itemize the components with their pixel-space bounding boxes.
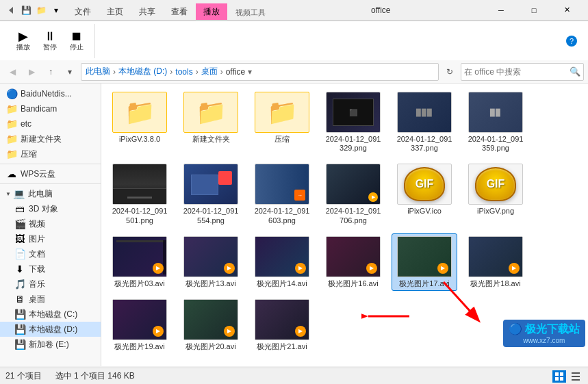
tab-play[interactable]: 播放 bbox=[196, 3, 227, 20]
breadcrumb-disk[interactable]: 本地磁盘 (D:) bbox=[118, 66, 167, 77]
back-button[interactable]: ◀ bbox=[4, 64, 21, 80]
tab-file[interactable]: 文件 bbox=[67, 3, 99, 20]
png-thumb5 bbox=[183, 164, 238, 205]
sidebar-item-video[interactable]: 🎬 视频 bbox=[0, 216, 101, 231]
grid-view-btn[interactable] bbox=[552, 370, 566, 383]
music-icon: 🎵 bbox=[14, 278, 26, 290]
breadcrumb-sep2: › bbox=[170, 67, 172, 77]
breadcrumb-pc[interactable]: 此电脑 bbox=[86, 66, 110, 77]
file-item-avi13[interactable]: ▶ 极光图片13.avi bbox=[178, 233, 244, 291]
forward-button[interactable]: ▶ bbox=[23, 64, 40, 80]
file-name: iPixGV.3.8.0 bbox=[119, 135, 160, 144]
sidebar-item-downloads[interactable]: ⬇ 下载 bbox=[0, 261, 101, 277]
save-icon[interactable]: 💾 bbox=[21, 5, 31, 16]
recent-locations-button[interactable]: ▾ bbox=[62, 64, 78, 80]
file-item-ipixgv-ico[interactable]: GIF iPixGV.ico bbox=[392, 161, 457, 227]
breadcrumb-desktop[interactable]: 桌面 bbox=[201, 66, 218, 77]
gif-icon-thumb2: GIF bbox=[468, 164, 523, 205]
file-item-avi18[interactable]: ▶ 极光图片18.avi bbox=[463, 233, 528, 291]
ribbon-stop-btn[interactable]: ⏹ 停止 bbox=[64, 29, 89, 53]
png-thumb7: ▶ bbox=[326, 164, 381, 205]
down-arrow-icon[interactable]: ▾ bbox=[51, 5, 62, 16]
sidebar-label-pc: 此电脑 bbox=[28, 188, 53, 200]
file-name: 2024-01-12_091 554.png bbox=[181, 207, 241, 225]
ribbon-pause-btn[interactable]: ⏸ 暂停 bbox=[38, 29, 62, 53]
search-input[interactable] bbox=[464, 67, 570, 77]
close-button[interactable]: ✕ bbox=[551, 0, 583, 21]
desktop-icon: 🖥 bbox=[14, 293, 26, 305]
sidebar-item-disk-d[interactable]: 💾 本地磁盘 (D:) bbox=[0, 322, 101, 337]
sidebar-item-compress[interactable]: 📁 压缩 bbox=[0, 146, 101, 162]
sidebar-label-video: 视频 bbox=[29, 218, 45, 230]
file-item-png359[interactable]: ▉▉ 2024-01-12_091 359.png bbox=[463, 89, 528, 155]
ribbon-play-btn[interactable]: ▶ 播放 bbox=[11, 29, 36, 53]
sidebar-item-bandicam[interactable]: 📁 Bandicam bbox=[0, 101, 101, 116]
sidebar-item-docs[interactable]: 📄 文档 bbox=[0, 246, 101, 261]
breadcrumb-current: office bbox=[226, 67, 245, 77]
file-item-png337[interactable]: ▉▉▉ 2024-01-12_091 337.png bbox=[392, 89, 457, 155]
search-bar[interactable]: 🔍 bbox=[461, 63, 584, 81]
sidebar-item-disk-c[interactable]: 💾 本地磁盘 (C:) bbox=[0, 307, 101, 322]
help-icon[interactable]: ? bbox=[566, 36, 577, 47]
file-item-png706[interactable]: ▶ 2024-01-12_091 706.png bbox=[320, 161, 386, 227]
file-name: 极光图片16.avi bbox=[328, 279, 378, 288]
breadcrumb-tools[interactable]: tools bbox=[175, 67, 192, 77]
maximize-button[interactable]: □ bbox=[518, 0, 550, 21]
breadcrumb-dropdown[interactable]: ▾ bbox=[248, 67, 252, 77]
up-button[interactable]: ↑ bbox=[42, 64, 59, 80]
file-item-avi03[interactable]: ▶ 极光图片03.avi bbox=[107, 233, 172, 291]
3d-icon: 🗃 bbox=[14, 203, 26, 215]
file-item-ipixgv380[interactable]: 📁 iPixGV.3.8.0 bbox=[107, 89, 172, 155]
gif-icon-shape: GIF bbox=[404, 167, 445, 201]
sidebar-item-etc[interactable]: 📁 etc bbox=[0, 116, 101, 131]
file-item-avi14[interactable]: ▶ 极光图片14.avi bbox=[249, 233, 315, 291]
file-name: 极光图片18.avi bbox=[470, 279, 520, 288]
status-count: 21 个项目 bbox=[5, 370, 42, 382]
file-item-avi19[interactable]: ▶ 极光图片19.avi bbox=[107, 296, 172, 354]
file-item-avi16[interactable]: ▶ 极光图片16.avi bbox=[320, 233, 386, 291]
watermark-logo: 🔵 极光下载站 bbox=[509, 322, 580, 337]
sidebar-item-newfolder[interactable]: 📁 新建文件夹 bbox=[0, 131, 101, 146]
disk-c-icon: 💾 bbox=[14, 308, 26, 320]
sidebar-label-compress: 压缩 bbox=[21, 149, 37, 160]
play-indicator: ▶ bbox=[153, 326, 164, 337]
svg-rect-7 bbox=[572, 372, 580, 374]
search-icon[interactable]: 🔍 bbox=[570, 66, 580, 77]
sidebar-item-desktop[interactable]: 🖥 桌面 bbox=[0, 292, 101, 307]
tab-share[interactable]: 共享 bbox=[131, 3, 163, 20]
play-indicator: ▶ bbox=[295, 263, 306, 274]
tab-view[interactable]: 查看 bbox=[164, 3, 195, 20]
folder-icon[interactable]: 📁 bbox=[36, 5, 47, 16]
breadcrumb[interactable]: 此电脑 › 本地磁盘 (D:) › tools › 桌面 › office ▾ bbox=[81, 63, 439, 81]
sidebar-divider1 bbox=[0, 164, 101, 164]
sidebar-item-baidu[interactable]: 🔵 BaiduNetdis... bbox=[0, 86, 101, 101]
file-name: 极光图片13.avi bbox=[186, 279, 235, 288]
file-item-ipixgv-png[interactable]: GIF iPixGV.png bbox=[463, 161, 528, 227]
file-item-png501[interactable]: ▬▬▬▬ 2024-01-12_091 501.png bbox=[107, 161, 172, 227]
file-item-png329[interactable]: ⬛ 2024-01-12_091 329.png bbox=[320, 89, 386, 155]
file-item-newfolder[interactable]: 📁 新建文件夹 bbox=[178, 89, 244, 155]
minimize-button[interactable]: ─ bbox=[485, 0, 517, 21]
sidebar-divider2 bbox=[0, 183, 101, 184]
file-item-png603[interactable]: → 2024-01-12_091 603.png bbox=[249, 161, 315, 227]
sidebar-item-pc[interactable]: ▼ 💻 此电脑 bbox=[0, 186, 101, 201]
sidebar-item-pictures[interactable]: 🖼 图片 bbox=[0, 231, 101, 246]
wps-icon: ☁ bbox=[5, 168, 18, 180]
tab-video-tools: 视频工具 bbox=[228, 5, 273, 20]
sidebar-item-wps[interactable]: ☁ WPS云盘 bbox=[0, 166, 101, 181]
file-item-avi21[interactable]: ▶ 极光图片21.avi bbox=[249, 296, 315, 354]
tab-home[interactable]: 主页 bbox=[99, 3, 131, 20]
file-item-avi20[interactable]: ▶ 极光图片20.avi bbox=[178, 296, 244, 354]
list-view-btn[interactable] bbox=[569, 370, 583, 383]
sidebar-item-disk-e[interactable]: 💾 新加卷 (E:) bbox=[0, 337, 101, 352]
file-name: 新建文件夹 bbox=[192, 135, 230, 144]
sidebar-item-3d[interactable]: 🗃 3D 对象 bbox=[0, 201, 101, 216]
file-item-compress[interactable]: 📁 压缩 bbox=[249, 89, 315, 155]
file-item-png554[interactable]: 2024-01-12_091 554.png bbox=[178, 161, 244, 227]
file-name: 极光图片14.avi bbox=[257, 279, 307, 288]
refresh-button[interactable]: ↻ bbox=[442, 64, 458, 80]
file-item-avi17[interactable]: ▶ 极光图片17.avi bbox=[392, 233, 457, 291]
sidebar-item-music[interactable]: 🎵 音乐 bbox=[0, 277, 101, 292]
file-name: 极光图片20.avi bbox=[186, 342, 235, 351]
files-grid: 📁 iPixGV.3.8.0 📁 新建文件夹 📁 压缩 bbox=[107, 89, 583, 354]
